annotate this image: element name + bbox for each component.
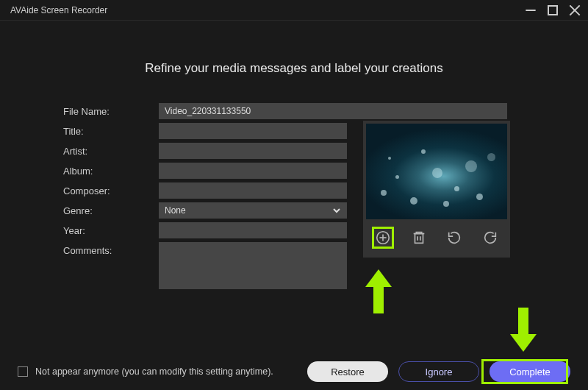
dont-show-label: Not appear anymore (you can modify this …	[35, 366, 273, 377]
year-input[interactable]	[159, 222, 347, 238]
rotate-ccw-button[interactable]	[443, 227, 465, 249]
title-input[interactable]	[159, 123, 347, 139]
rotate-cw-icon	[482, 230, 498, 246]
label-title: Title:	[63, 123, 159, 137]
maximize-icon[interactable]	[547, 4, 559, 16]
thumbnail-controls	[366, 219, 507, 255]
complete-button[interactable]: Complete	[490, 361, 570, 382]
thumbnail-preview[interactable]	[366, 124, 507, 219]
trash-icon	[411, 230, 427, 246]
footer: Not appear anymore (you can modify this …	[0, 353, 588, 390]
genre-select[interactable]: None	[159, 202, 347, 219]
restore-button[interactable]: Restore	[307, 361, 388, 382]
app-title: AVAide Screen Recorder	[10, 5, 107, 15]
label-file-name: File Name:	[63, 103, 159, 117]
thumbnail-panel	[363, 121, 510, 258]
composer-input[interactable]	[159, 182, 347, 199]
album-input[interactable]	[159, 163, 347, 179]
artist-input[interactable]	[159, 143, 347, 159]
label-year: Year:	[63, 222, 159, 236]
file-name-input[interactable]	[159, 103, 507, 119]
label-album: Album:	[63, 163, 159, 177]
comments-input[interactable]	[159, 242, 347, 289]
close-icon[interactable]	[569, 4, 581, 16]
label-composer: Composer:	[63, 182, 159, 196]
delete-thumbnail-button[interactable]	[408, 227, 430, 249]
annotation-arrow-complete	[510, 308, 537, 352]
titlebar: AVAide Screen Recorder	[0, 0, 588, 21]
page-heading: Refine your media messages and label you…	[0, 61, 588, 76]
add-thumbnail-button[interactable]	[372, 227, 394, 249]
rotate-cw-button[interactable]	[479, 227, 501, 249]
rotate-ccw-icon	[446, 230, 462, 246]
label-genre: Genre:	[63, 202, 159, 216]
chevron-down-icon	[332, 206, 341, 215]
label-comments: Comments:	[63, 242, 159, 256]
svg-rect-7	[415, 234, 423, 244]
footer-buttons: Restore Ignore Complete	[307, 361, 570, 382]
dont-show-checkbox[interactable]	[18, 366, 28, 377]
dont-show-again[interactable]: Not appear anymore (you can modify this …	[18, 366, 273, 377]
label-artist: Artist:	[63, 143, 159, 157]
ignore-button[interactable]: Ignore	[398, 361, 479, 382]
minimize-icon[interactable]	[525, 4, 537, 16]
genre-selected-value: None	[165, 205, 186, 216]
plus-circle-icon	[375, 230, 391, 246]
window-controls	[525, 4, 581, 16]
svg-rect-1	[548, 6, 557, 15]
